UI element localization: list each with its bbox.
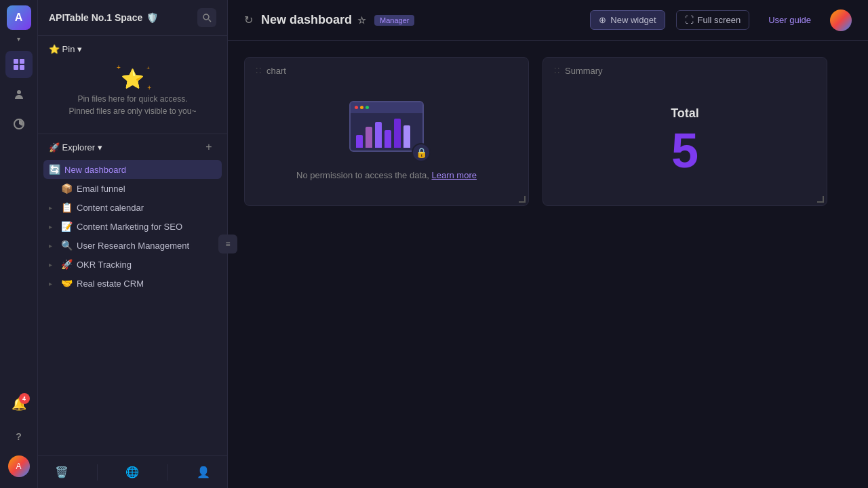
- explorer-label[interactable]: 🚀 Explorer ▾: [49, 142, 102, 152]
- content-calendar-icon: 📋: [61, 202, 73, 213]
- refresh-icon[interactable]: ↻: [244, 14, 253, 26]
- drag-handle[interactable]: ⁚⁚: [256, 66, 262, 75]
- main-content: ↻ New dashboard ☆ Manager ⊕ New widget ⛶…: [228, 0, 868, 488]
- pin-chevron: ▾: [77, 44, 82, 54]
- chart-window: [349, 101, 424, 152]
- help-button[interactable]: ?: [5, 423, 33, 450]
- content-marketing-icon: 📝: [61, 221, 73, 232]
- nav-people-icon[interactable]: [5, 81, 33, 108]
- sidebar-item-content-marketing[interactable]: ▸ 📝 Content Marketing for SEO: [43, 217, 222, 236]
- pin-hint-line2: Pinned files are only visible to you~: [49, 105, 216, 117]
- sidebar-item-user-research[interactable]: ▸ 🔍 User Research Management: [43, 236, 222, 255]
- sidebar-item-okr-tracking[interactable]: ▸ 🚀 OKR Tracking: [43, 255, 222, 274]
- summary-widget: ⁚⁚ Summary Total 5: [542, 57, 827, 206]
- drag-handle[interactable]: ⁚⁚: [554, 66, 561, 75]
- chart-widget-header: ⁚⁚ chart: [245, 58, 528, 81]
- chart-widget: ⁚⁚ chart: [244, 57, 529, 206]
- favorite-star-icon[interactable]: ☆: [357, 15, 366, 26]
- sidebar-item-label: New dashboard: [64, 165, 216, 175]
- search-button[interactable]: [197, 8, 216, 27]
- svg-rect-1: [20, 59, 24, 64]
- header-actions: ⊕ New widget ⛶ Full screen User guide: [590, 9, 852, 31]
- chevron-right-icon: ▸: [49, 223, 57, 230]
- chart-illustration: 🔒: [342, 101, 431, 162]
- chevron-right-icon: ▸: [49, 204, 57, 211]
- globe-button[interactable]: 🌐: [120, 460, 144, 485]
- svg-point-4: [17, 90, 21, 94]
- chevron-right-icon: ▸: [49, 242, 57, 249]
- sidebar-item-label: Content calendar: [77, 203, 216, 213]
- space-chevron[interactable]: ▾: [17, 35, 20, 43]
- sidebar-item-label: Email funnel: [77, 184, 216, 194]
- chart-resize-handle[interactable]: [517, 195, 526, 203]
- pin-label[interactable]: ⭐ Pin ▾: [49, 44, 216, 54]
- manager-badge: Manager: [374, 15, 414, 26]
- space-title[interactable]: APITable No.1 Space 🛡️: [49, 12, 158, 23]
- chart-widget-content: 🔒 No permission to access the data, Lear…: [245, 81, 528, 199]
- sidebar: APITable No.1 Space 🛡️ ⭐ Pin ▾ ⭐ + + + P…: [38, 0, 228, 488]
- space-emoji: 🛡️: [146, 12, 158, 23]
- sidebar-item-email-funnel[interactable]: 📦 Email funnel: [43, 179, 222, 198]
- svg-rect-3: [20, 65, 24, 70]
- summary-resize-handle[interactable]: [816, 195, 824, 203]
- user-avatar-header[interactable]: [830, 9, 852, 31]
- dashboard-content: ⁚⁚ chart: [228, 41, 868, 488]
- real-estate-icon: 🤝: [61, 278, 73, 289]
- sidebar-item-content-calendar[interactable]: ▸ 📋 Content calendar: [43, 198, 222, 217]
- svg-line-7: [209, 20, 212, 22]
- fullscreen-icon: ⛶: [685, 15, 694, 25]
- svg-rect-2: [14, 65, 18, 70]
- chevron-right-icon: ▸: [49, 261, 57, 268]
- summary-widget-header: ⁚⁚ Summary: [543, 58, 827, 81]
- add-member-button[interactable]: 👤: [191, 460, 216, 485]
- pin-hint-line1: Pin files here for quick access.: [49, 93, 216, 105]
- explorer-section: 🚀 Explorer ▾ +: [38, 134, 227, 160]
- learn-more-link[interactable]: Learn more: [431, 170, 476, 180]
- sidebar-item-label: Content Marketing for SEO: [77, 222, 216, 232]
- sidebar-item-label: User Research Management: [77, 241, 216, 251]
- fullscreen-button[interactable]: ⛶ Full screen: [676, 10, 750, 30]
- notification-badge: 4: [19, 393, 30, 404]
- explorer-chevron: ▾: [98, 142, 102, 152]
- svg-point-6: [203, 14, 209, 20]
- pin-empty-state: ⭐ + + + Pin files here for quick access.…: [49, 62, 216, 123]
- add-item-button[interactable]: +: [201, 140, 216, 155]
- notifications-button[interactable]: 🔔 4: [5, 390, 33, 418]
- user-avatar[interactable]: A: [8, 455, 30, 477]
- user-guide-button[interactable]: User guide: [760, 11, 819, 29]
- chevron-right-icon: ▸: [49, 280, 57, 287]
- dashboard-icon: 🔄: [49, 164, 60, 175]
- sidebar-item-label: Real estate CRM: [77, 279, 216, 289]
- lock-icon: 🔒: [412, 143, 431, 162]
- main-header: ↻ New dashboard ☆ Manager ⊕ New widget ⛶…: [228, 0, 868, 41]
- summary-label: Total: [671, 106, 699, 121]
- summary-value: 5: [671, 126, 698, 175]
- svg-rect-0: [14, 59, 18, 64]
- sidebar-bottom-bar: 🗑️ 🌐 👤: [38, 455, 227, 488]
- sidebar-header: APITable No.1 Space 🛡️: [38, 0, 227, 36]
- app-logo[interactable]: A: [7, 5, 31, 30]
- dashboard-title: New dashboard ☆: [261, 13, 366, 27]
- okr-icon: 🚀: [61, 259, 73, 270]
- sidebar-item-new-dashboard[interactable]: 🔄 New dashboard: [43, 160, 222, 179]
- user-research-icon: 🔍: [61, 240, 73, 251]
- sidebar-item-label: OKR Tracking: [77, 260, 216, 270]
- nav-grid-icon[interactable]: [5, 51, 33, 78]
- new-widget-icon: ⊕: [599, 15, 606, 25]
- sidebar-collapse-button[interactable]: ≡: [218, 235, 237, 253]
- trash-button[interactable]: 🗑️: [50, 460, 74, 485]
- chart-permission-message: No permission to access the data, Learn …: [296, 170, 477, 180]
- email-funnel-icon: 📦: [61, 183, 73, 194]
- summary-widget-content: Total 5: [543, 81, 827, 199]
- icon-bar: A ▾ 🔔 4 ?: [0, 0, 38, 488]
- tree-items: 🔄 New dashboard 📦 Email funnel ▸ 📋 Conte…: [38, 160, 227, 455]
- new-widget-button[interactable]: ⊕ New widget: [590, 10, 665, 30]
- summary-title: Summary: [565, 66, 603, 76]
- chart-title: chart: [267, 66, 286, 76]
- sidebar-item-real-estate[interactable]: ▸ 🤝 Real estate CRM: [43, 274, 222, 293]
- pin-section: ⭐ Pin ▾ ⭐ + + + Pin files here for quick…: [38, 36, 227, 134]
- nav-chart-icon[interactable]: [5, 110, 33, 138]
